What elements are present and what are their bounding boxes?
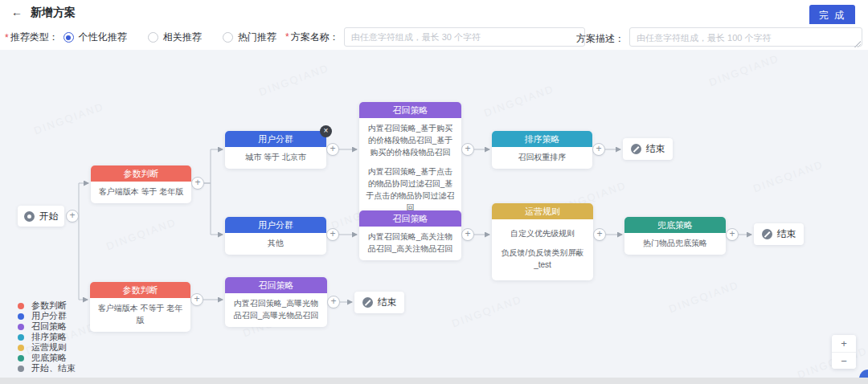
node-condition-text: 自定义优先级规则 bbox=[497, 227, 588, 239]
add-node-button[interactable]: + bbox=[461, 228, 474, 241]
legend-label: 运营规则 bbox=[31, 342, 67, 353]
recommend-type-field: * 推荐类型： 个性化推荐相关推荐热门推荐 bbox=[5, 31, 297, 44]
radio-unselected-icon[interactable] bbox=[223, 32, 233, 43]
node-condition-text: 客户端版本 不等于 老年版 bbox=[95, 302, 186, 326]
close-icon[interactable]: × bbox=[320, 125, 332, 137]
node-title: 召回策略 bbox=[359, 210, 461, 227]
add-node-button[interactable]: + bbox=[327, 296, 340, 308]
plan-desc-input[interactable] bbox=[629, 27, 862, 47]
node-condition-text: 城市 等于 北京市 bbox=[230, 151, 321, 163]
radio-option-3[interactable]: 热门推荐 bbox=[223, 31, 276, 44]
end-node[interactable]: 结束 bbox=[623, 138, 673, 160]
back-icon[interactable]: ← bbox=[11, 6, 23, 18]
node-condition-text: 召回权重排序 bbox=[497, 151, 588, 163]
legend-item: 运营规则 bbox=[18, 342, 76, 353]
add-node-button[interactable]: + bbox=[593, 228, 606, 241]
node-rc3[interactable]: 召回策略内置召回策略_高曝光物品召回_高曝光物品召回 bbox=[225, 277, 327, 327]
zoom-in-button[interactable]: + bbox=[832, 335, 856, 352]
legend-dot-icon bbox=[18, 345, 24, 351]
legend-item: 参数判断 bbox=[18, 300, 76, 311]
add-node-button[interactable]: + bbox=[461, 143, 474, 156]
node-body: 内置召回策略_基于购买的价格段物品召回_基于购买的价格段物品召回内置召回策略_基… bbox=[359, 118, 461, 219]
end-node[interactable]: 结束 bbox=[754, 223, 804, 245]
end-node[interactable]: 结束 bbox=[354, 292, 404, 313]
node-pj1[interactable]: 参数判断客户端版本 等于 老年版 bbox=[91, 165, 191, 203]
node-title: 兜底策略 bbox=[624, 217, 726, 233]
legend-dot-icon bbox=[18, 313, 24, 320]
flow-edge-start-pj1 bbox=[79, 183, 88, 216]
node-body: 自定义优先级规则负反馈/负反馈类别屏蔽_test bbox=[492, 219, 593, 280]
node-condition-text: 内置召回策略_高曝光物品召回_高曝光物品召回 bbox=[230, 297, 322, 321]
radio-unselected-icon[interactable] bbox=[148, 32, 158, 43]
legend-dot-icon bbox=[18, 334, 24, 341]
node-body: 客户端版本 不等于 老年版 bbox=[90, 298, 190, 332]
plan-desc-field: 方案描述： bbox=[576, 27, 862, 50]
legend-dot-icon bbox=[18, 303, 24, 309]
legend-item: 用户分群 bbox=[18, 311, 76, 321]
node-fb1[interactable]: 兜底策略热门物品兜底策略 bbox=[624, 217, 726, 255]
legend-label: 兜底策略 bbox=[31, 353, 67, 363]
flow-edge-pj1-ug1 bbox=[204, 149, 223, 183]
node-ug1[interactable]: 用户分群城市 等于 北京市× bbox=[225, 131, 326, 169]
terminal-label: 结束 bbox=[646, 142, 665, 156]
legend-label: 开始、结束 bbox=[31, 363, 76, 374]
legend-dot-icon bbox=[18, 355, 24, 362]
legend-label: 用户分群 bbox=[31, 311, 67, 321]
recommend-type-label: 推荐类型： bbox=[10, 31, 59, 44]
flow-canvas[interactable]: 开始+参数判断客户端版本 等于 老年版+参数判断客户端版本 不等于 老年版+用户… bbox=[0, 50, 868, 378]
node-sort1[interactable]: 排序策略召回权重排序 bbox=[492, 131, 592, 169]
zoom-out-button[interactable]: − bbox=[832, 352, 856, 369]
node-pj2[interactable]: 参数判断客户端版本 不等于 老年版 bbox=[90, 282, 190, 332]
add-node-button[interactable]: + bbox=[326, 143, 339, 156]
node-condition-text: 负反馈/负反馈类别屏蔽_test bbox=[497, 247, 588, 271]
end-icon bbox=[631, 144, 641, 154]
add-node-button[interactable]: + bbox=[592, 143, 605, 156]
node-body: 内置召回策略_高曝光物品召回_高曝光物品召回 bbox=[225, 293, 327, 327]
node-op1[interactable]: 运营规则自定义优先级规则负反馈/负反馈类别屏蔽_test bbox=[492, 203, 593, 280]
zoom-controls: + − bbox=[832, 335, 856, 369]
add-node-button[interactable]: + bbox=[726, 228, 739, 241]
required-mark: * bbox=[285, 31, 289, 43]
node-rc1[interactable]: 召回策略内置召回策略_基于购买的价格段物品召回_基于购买的价格段物品召回内置召回… bbox=[359, 102, 461, 219]
radio-option-1[interactable]: 个性化推荐 bbox=[63, 31, 127, 44]
form-row: * 推荐类型： 个性化推荐相关推荐热门推荐 * 方案名称： 方案描述： bbox=[0, 24, 868, 50]
node-condition-text: 内置召回策略_基于点击的物品协同过滤召回_基于点击的物品协同过滤召回 bbox=[364, 165, 457, 214]
radio-option-label: 相关推荐 bbox=[163, 31, 202, 44]
new-plan-page: ← 新增方案 完 成 * 推荐类型： 个性化推荐相关推荐热门推荐 * 方案名称：… bbox=[0, 0, 868, 384]
node-title: 召回策略 bbox=[225, 277, 327, 293]
node-rc2[interactable]: 召回策略内置召回策略_高关注物品召回_高关注物品召回 bbox=[359, 210, 461, 260]
node-condition-text: 内置召回策略_基于购买的价格段物品召回_基于购买的价格段物品召回 bbox=[364, 122, 457, 158]
radio-option-2[interactable]: 相关推荐 bbox=[148, 31, 202, 44]
legend-item: 召回策略 bbox=[18, 321, 76, 332]
legend-item: 排序策略 bbox=[18, 332, 76, 342]
legend-dot-icon bbox=[18, 366, 24, 372]
done-button[interactable]: 完 成 bbox=[809, 5, 855, 27]
node-title: 参数判断 bbox=[90, 282, 190, 298]
node-body: 其他 bbox=[225, 233, 326, 255]
plan-name-input[interactable] bbox=[344, 27, 585, 47]
legend-label: 召回策略 bbox=[31, 321, 67, 332]
start-node[interactable]: 开始 bbox=[18, 206, 64, 227]
end-icon bbox=[762, 229, 772, 239]
add-node-button[interactable]: + bbox=[190, 293, 203, 306]
radio-option-label: 热门推荐 bbox=[238, 31, 276, 44]
node-condition-text: 客户端版本 等于 老年版 bbox=[96, 186, 186, 198]
plan-name-label: 方案名称： bbox=[291, 31, 339, 44]
terminal-label: 结束 bbox=[777, 227, 796, 241]
flow-edge-start-pj2 bbox=[79, 216, 88, 300]
node-title: 排序策略 bbox=[492, 131, 592, 147]
node-title: 参数判断 bbox=[91, 165, 191, 182]
start-icon bbox=[24, 211, 35, 222]
radio-selected-icon[interactable] bbox=[63, 32, 74, 43]
add-node-button[interactable]: + bbox=[66, 210, 79, 223]
node-body: 召回权重排序 bbox=[492, 147, 592, 169]
add-node-button[interactable]: + bbox=[191, 177, 204, 190]
plan-name-field: * 方案名称： bbox=[285, 27, 585, 47]
node-ug2[interactable]: 用户分群其他 bbox=[225, 217, 326, 255]
add-node-button[interactable]: + bbox=[326, 228, 339, 241]
node-body: 城市 等于 北京市 bbox=[225, 147, 326, 169]
plan-desc-wrap bbox=[629, 27, 862, 50]
recommend-type-radio-group: 个性化推荐相关推荐热门推荐 bbox=[63, 31, 297, 44]
top-bar: ← 新增方案 完 成 bbox=[0, 0, 868, 24]
legend-item: 开始、结束 bbox=[18, 363, 76, 374]
